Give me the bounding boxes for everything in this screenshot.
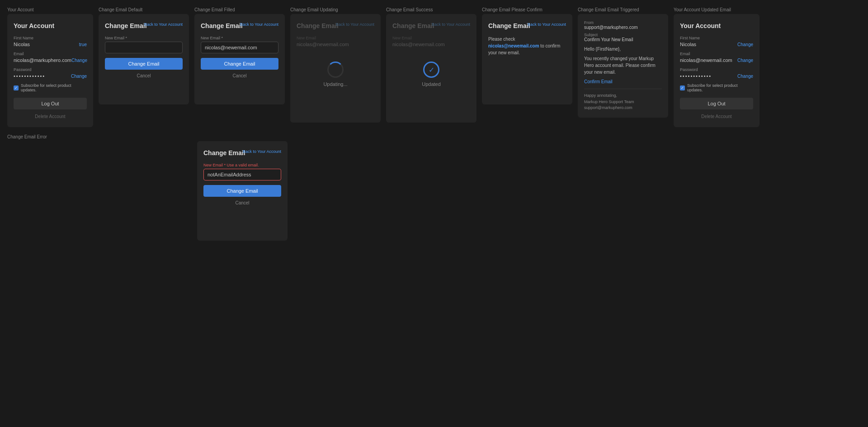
email-change-link-updated[interactable]: Change xyxy=(737,58,753,63)
delete-account-link-updated[interactable]: Delete Account xyxy=(680,114,753,119)
screen-label-filled: Change Email Filled xyxy=(194,7,285,12)
subscribe-checkbox-updated[interactable]: ✓ xyxy=(680,85,685,90)
email-value: nicolas@markuphero.com xyxy=(14,57,71,63)
firstname-change-link[interactable]: true xyxy=(79,42,87,47)
new-email-input-default[interactable] xyxy=(105,42,183,53)
checkbox-check-icon: ✓ xyxy=(14,86,18,90)
new-email-label-text: New Email * xyxy=(203,163,227,167)
delete-account-link[interactable]: Delete Account xyxy=(14,114,87,119)
subscribe-checkbox-row: ✓ Subscribe for select product updates. xyxy=(14,83,87,92)
new-email-input-error[interactable] xyxy=(203,169,281,180)
success-check-icon: ✓ xyxy=(429,66,434,74)
back-link-updating: Back to Your Account xyxy=(336,22,374,27)
screen-change-email-success: Change Email Success Change Email Back t… xyxy=(386,7,476,123)
card-change-email-please-confirm: Change Email Back to Your Account Please… xyxy=(482,14,572,104)
firstname-label-updated: First Name xyxy=(680,36,753,40)
firstname-field: Nicolas true xyxy=(14,42,87,47)
change-email-btn-default[interactable]: Change Email xyxy=(105,58,183,70)
email-field: nicolas@markuphero.com Change xyxy=(14,57,87,63)
subscribe-checkbox-row-updated: ✓ Subscribe for select product updates. xyxy=(680,83,753,92)
confirm-label-success: New Email xyxy=(392,36,470,40)
screen-change-email-triggered: Change Email Email Triggered From suppor… xyxy=(578,7,668,118)
card-change-email-error: Change Email Back to Your Account New Em… xyxy=(197,141,288,241)
email-from-label: From xyxy=(584,20,662,25)
screen-label-triggered: Change Email Email Triggered xyxy=(578,7,668,12)
email-body-text: You recently changed your Markup Hero ac… xyxy=(584,55,662,76)
email-label-updated: Email xyxy=(680,52,753,56)
card-your-account-updated: Your Account First Name Nicolas Change E… xyxy=(674,14,760,127)
screen-label-your-account: Your Account xyxy=(7,7,93,12)
firstname-change-link-updated[interactable]: Change xyxy=(737,42,753,47)
new-email-label-updating: New Email xyxy=(297,36,374,40)
back-link-default[interactable]: Back to Your Account xyxy=(144,22,183,27)
updating-overlay: Updating... xyxy=(297,52,374,91)
new-email-label-default: New Email * xyxy=(105,36,183,40)
subscribe-label-updated: Subscribe for select product updates. xyxy=(687,83,753,92)
change-email-btn-filled[interactable]: Change Email xyxy=(201,58,278,70)
card-change-email-success: Change Email Back to Your Account New Em… xyxy=(386,14,476,123)
screen-change-email-please-confirm: Change Email Please Confirm Change Email… xyxy=(482,7,572,104)
error-screen-container: Change Email Error Change Email Back to … xyxy=(7,134,861,241)
password-label-updated: Password xyxy=(680,67,753,72)
confirm-text: Please check nicolas@newemail.com to con… xyxy=(488,36,566,56)
email-confirm-link[interactable]: Confirm Email xyxy=(584,78,662,85)
email-hello: Hello {FirstName}, xyxy=(584,46,662,52)
back-link-filled[interactable]: Back to Your Account xyxy=(240,22,278,27)
change-email-btn-error[interactable]: Change Email xyxy=(203,185,281,197)
screen-label-confirm: Change Email Please Confirm xyxy=(482,7,572,12)
email-subject-label: Subject xyxy=(584,33,662,37)
new-email-label-error: New Email * Use a valid email. xyxy=(203,163,281,167)
password-value-updated: •••••••••••• xyxy=(680,73,712,79)
card-change-email-filled: Change Email Back to Your Account New Em… xyxy=(194,14,285,104)
checkbox-check-icon-updated: ✓ xyxy=(681,86,684,90)
email-subject-value: Confirm Your New Email xyxy=(584,37,662,42)
cancel-link-default[interactable]: Cancel xyxy=(105,73,183,78)
screen-your-account-updated: Your Account Updated Email Your Account … xyxy=(674,7,760,127)
email-value-updated: nicolas@newemail.com xyxy=(680,57,732,63)
account-title: Your Account xyxy=(14,22,87,29)
email-body: Hello {FirstName}, You recently changed … xyxy=(584,46,662,111)
spinner-label: Updating... xyxy=(323,81,347,87)
email-change-link[interactable]: Change xyxy=(71,58,87,63)
spinner-icon xyxy=(327,62,344,78)
screen-change-email-updating: Change Email Updating Change Email Back … xyxy=(290,7,381,123)
new-email-input-filled[interactable] xyxy=(201,42,278,53)
card-your-account: Your Account First Name Nicolas true Ema… xyxy=(7,14,93,127)
new-email-value-updating: nicolas@newemail.com xyxy=(297,42,374,47)
cancel-link-error[interactable]: Cancel xyxy=(203,200,281,205)
back-link-error[interactable]: Back to Your Account xyxy=(243,149,281,154)
logout-button-updated[interactable]: Log Out xyxy=(680,98,753,109)
firstname-field-updated: Nicolas Change xyxy=(680,42,753,47)
screen-change-email-error: Change Email Error Change Email Back to … xyxy=(7,134,861,241)
confirm-link-text[interactable]: Confirm Email xyxy=(584,79,613,84)
email-footer1: Happy annotating, xyxy=(584,93,662,99)
firstname-value-updated: Nicolas xyxy=(680,42,696,47)
email-footer3: support@markuphero.com xyxy=(584,105,662,111)
screen-label-default: Change Email Default xyxy=(99,7,189,12)
confirm-email-highlight: nicolas@newemail.com xyxy=(488,43,539,48)
password-field: •••••••••••• Change xyxy=(14,73,87,79)
screen-label-updated: Your Account Updated Email xyxy=(674,7,760,12)
cancel-link-filled[interactable]: Cancel xyxy=(201,73,278,78)
back-link-confirm[interactable]: Back to Your Account xyxy=(528,22,566,27)
screen-grid: Your Account Your Account First Name Nic… xyxy=(7,7,861,127)
password-change-link[interactable]: Change xyxy=(71,74,87,79)
success-label: Updated xyxy=(422,81,441,87)
new-email-label-filled: New Email * xyxy=(201,36,278,40)
subscribe-checkbox[interactable]: ✓ xyxy=(14,85,19,90)
email-label: Email xyxy=(14,52,87,56)
screen-label-success: Change Email Success xyxy=(386,7,476,12)
screen-label-error: Change Email Error xyxy=(7,134,861,139)
screen-your-account: Your Account Your Account First Name Nic… xyxy=(7,7,93,127)
email-footer2: Markup Hero Support Team xyxy=(584,99,662,105)
confirm-text-1: Please check xyxy=(488,37,515,42)
logout-button[interactable]: Log Out xyxy=(14,98,87,109)
screen-change-email-filled: Change Email Filled Change Email Back to… xyxy=(194,7,285,104)
success-icon: ✓ xyxy=(423,62,439,78)
screen-change-email-default: Change Email Default Change Email Back t… xyxy=(99,7,189,104)
password-change-link-updated[interactable]: Change xyxy=(737,74,753,79)
firstname-label: First Name xyxy=(14,36,87,40)
subscribe-label: Subscribe for select product updates. xyxy=(21,83,87,92)
card-change-email-updating: Change Email Back to Your Account New Em… xyxy=(290,14,381,123)
email-from-value: support@markuphero.com xyxy=(584,25,662,30)
